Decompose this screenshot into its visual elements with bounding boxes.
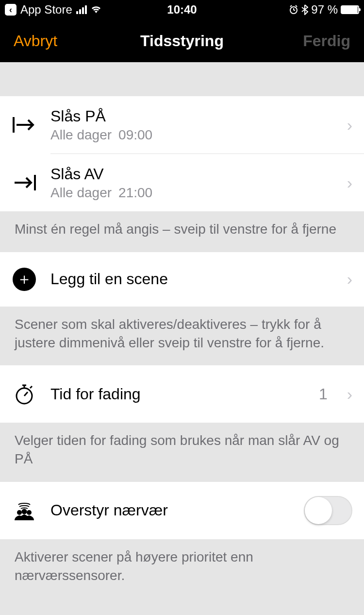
status-left: ‹ App Store [5,3,101,17]
chevron-right-icon: › [347,116,352,135]
status-bar: ‹ App Store 10:40 97 % [0,0,364,19]
page-title: Tidsstyring [140,32,224,50]
wifi-icon [91,5,101,14]
presence-section-footer: Aktiverer scener på høyere prioritet enn… [0,539,364,598]
add-scene-row[interactable]: ＋ Legg til en scene › [0,252,364,307]
fade-time-value: 1 [319,385,328,403]
turn-on-icon [12,112,37,137]
chevron-right-icon: › [347,385,352,404]
back-to-app-label[interactable]: App Store [20,3,72,17]
rules-section-footer: Minst én regel må angis – sveip til vens… [0,211,364,252]
status-time: 10:40 [167,3,197,17]
back-to-app-icon[interactable]: ‹ [5,4,17,16]
nav-bar: Avbryt Tidsstyring Ferdig [0,19,364,62]
turn-off-icon [12,170,37,195]
rule-title: Slås AV [50,165,333,183]
fade-time-row[interactable]: Tid for fading 1 › [0,365,364,423]
svg-point-16 [27,510,32,515]
cellular-signal-icon [76,5,87,14]
svg-line-13 [30,386,32,388]
plus-icon: ＋ [13,268,36,291]
presence-override-toggle[interactable] [304,496,352,525]
presence-override-row: Overstyr nærvær [0,482,364,539]
alarm-icon [289,5,298,15]
svg-line-10 [24,392,28,396]
rule-row-turn-on[interactable]: Slås PÅ Alle dager09:00 › [0,96,364,154]
stopwatch-icon [12,381,37,407]
svg-point-15 [22,509,27,514]
rule-row-turn-off[interactable]: Slås AV Alle dager21:00 › [0,154,364,211]
presence-override-label: Overstyr nærvær [50,501,290,519]
fade-section-footer: Velger tiden for fading som brukes når m… [0,423,364,482]
svg-line-4 [296,5,297,7]
chevron-right-icon: › [347,173,352,192]
battery-percent: 97 % [311,3,338,17]
bluetooth-icon [301,4,308,15]
battery-icon [341,5,359,14]
presence-icon [12,498,37,523]
scenes-section-footer: Scener som skal aktiveres/deaktiveres – … [0,307,364,366]
rule-subtitle: Alle dager21:00 [50,185,333,201]
svg-line-3 [290,5,292,7]
status-right: 97 % [289,3,359,17]
svg-point-14 [17,510,22,515]
cancel-button[interactable]: Avbryt [14,32,57,50]
add-scene-label: Legg til en scene [50,270,333,288]
fade-time-label: Tid for fading [50,385,305,403]
chevron-right-icon: › [347,270,352,289]
rule-subtitle: Alle dager09:00 [50,127,333,143]
done-button[interactable]: Ferdig [303,32,350,50]
rule-title: Slås PÅ [50,107,333,125]
